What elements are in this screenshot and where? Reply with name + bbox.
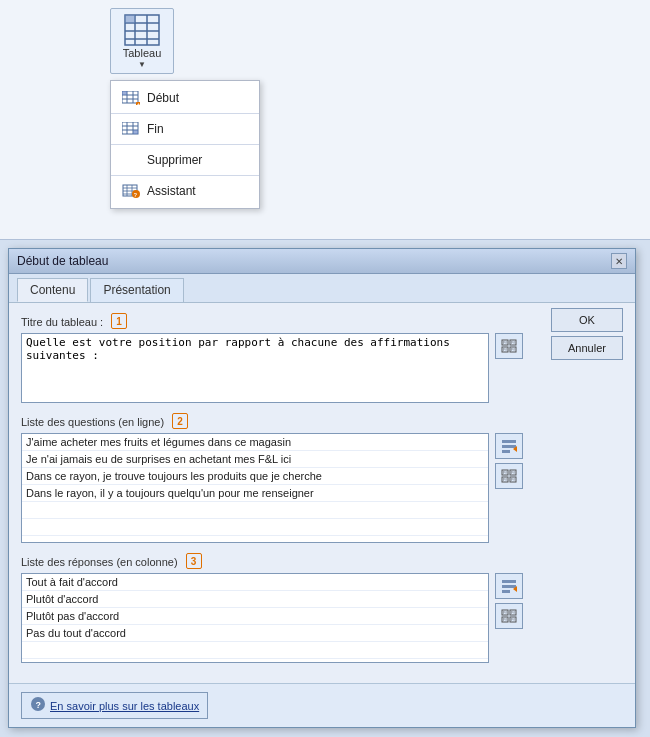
annuler-button[interactable]: Annuler [551, 336, 623, 360]
svg-rect-39 [502, 450, 510, 453]
reponses-side-buttons: Ff Ff Ff Ff [495, 573, 523, 629]
list-item[interactable]: Tout à fait d'accord [22, 574, 488, 591]
dropdown-menu: + Début Fin Supprimer [110, 80, 260, 209]
tableau-btn-arrow: ▼ [138, 60, 146, 69]
dropdown-debut-label: Début [147, 91, 179, 105]
ff2-icon: Ff Ff Ff Ff [501, 469, 517, 483]
reponses-badge: 3 [186, 553, 202, 569]
svg-rect-20 [133, 130, 138, 134]
dropdown-supprimer-label: Supprimer [147, 153, 202, 167]
dialog-close-button[interactable]: ✕ [611, 253, 627, 269]
list-item[interactable] [22, 642, 488, 659]
help-button[interactable]: ? En savoir plus sur les tableaux [21, 692, 208, 719]
questions-manage-button[interactable] [495, 433, 523, 459]
svg-text:Ff: Ff [503, 470, 507, 475]
info-icon: ? [30, 696, 46, 712]
dropdown-fin-label: Fin [147, 122, 164, 136]
svg-text:Ff: Ff [511, 617, 515, 622]
questions-listbox[interactable]: J'aime acheter mes fruits et légumes dan… [21, 433, 489, 543]
svg-rect-38 [502, 445, 516, 448]
svg-text:Ff: Ff [511, 477, 515, 482]
dropdown-assistant-label: Assistant [147, 184, 196, 198]
titre-section: Titre du tableau : 1 Ff Ff [21, 313, 623, 403]
tableau-icon [123, 13, 161, 47]
tabs-bar: Contenu Présentation [9, 274, 635, 303]
tab-presentation[interactable]: Présentation [90, 278, 183, 302]
questions-label: Liste des questions (en ligne) [21, 414, 164, 428]
dialog-title: Début de tableau [17, 254, 108, 268]
ff3-icon: Ff Ff Ff Ff [501, 609, 517, 623]
titre-edit-button[interactable]: Ff Ff Ff Ff [495, 333, 523, 359]
tableau-button[interactable]: Tableau ▼ [110, 8, 174, 74]
svg-text:Ff: Ff [503, 617, 507, 622]
titre-label: Titre du tableau : [21, 314, 103, 328]
svg-rect-6 [125, 15, 135, 23]
list-item[interactable]: Plutôt pas d'accord [22, 608, 488, 625]
separator-2 [111, 144, 259, 145]
list-item[interactable]: J'aime acheter mes fruits et légumes dan… [22, 434, 488, 451]
tab-presentation-label: Présentation [103, 283, 170, 297]
list-item[interactable]: Je n'ai jamais eu de surprises en acheta… [22, 451, 488, 468]
svg-text:Ff: Ff [503, 477, 507, 482]
tab-contenu-label: Contenu [30, 283, 75, 297]
svg-text:Ff: Ff [503, 610, 507, 615]
help-label: En savoir plus sur les tableaux [50, 700, 199, 712]
dropdown-item-debut[interactable]: + Début [111, 85, 259, 111]
svg-rect-12 [122, 91, 127, 95]
reponses-label: Liste des réponses (en colonne) [21, 554, 178, 568]
ok-button[interactable]: OK [551, 308, 623, 332]
svg-text:Ff: Ff [511, 347, 515, 352]
svg-rect-49 [502, 580, 516, 583]
dialog-inner: Contenu Présentation OK Annuler Titre du… [9, 274, 635, 727]
separator-3 [111, 175, 259, 176]
questions-row: J'aime acheter mes fruits et légumes dan… [21, 433, 623, 543]
svg-text:+: + [137, 101, 140, 105]
fin-icon [121, 121, 141, 137]
dropdown-item-supprimer[interactable]: Supprimer [111, 147, 259, 173]
svg-text:?: ? [36, 700, 42, 710]
svg-rect-37 [502, 440, 516, 443]
questions-header: Liste des questions (en ligne) 2 [21, 413, 623, 429]
list-item[interactable]: Dans le rayon, il y a toujours quelqu'un… [22, 485, 488, 502]
list-item[interactable] [22, 502, 488, 519]
dropdown-item-fin[interactable]: Fin [111, 116, 259, 142]
questions-font-button[interactable]: Ff Ff Ff Ff [495, 463, 523, 489]
help-bar: ? En savoir plus sur les tableaux [9, 683, 635, 727]
titre-row: Ff Ff Ff Ff [21, 333, 623, 403]
reponses-listbox[interactable]: Tout à fait d'accord Plutôt d'accord Plu… [21, 573, 489, 663]
svg-text:Ff: Ff [503, 347, 507, 352]
titre-badge: 1 [111, 313, 127, 329]
list-item[interactable]: Pas du tout d'accord [22, 625, 488, 642]
tableau-btn-label: Tableau [123, 47, 162, 59]
supprimer-icon [121, 152, 141, 168]
reponses-font-button[interactable]: Ff Ff Ff Ff [495, 603, 523, 629]
svg-rect-51 [502, 590, 510, 593]
svg-rect-50 [502, 585, 516, 588]
svg-text:Ff: Ff [503, 340, 507, 345]
svg-text:Ff: Ff [511, 610, 515, 615]
ff-icon: Ff Ff Ff Ff [501, 339, 517, 353]
list-item[interactable]: Dans ce rayon, je trouve toujours les pr… [22, 468, 488, 485]
dropdown-item-assistant[interactable]: ? Assistant [111, 178, 259, 204]
questions-section: Liste des questions (en ligne) 2 J'aime … [21, 413, 623, 543]
help-icon: ? [30, 696, 46, 715]
titre-side-buttons: Ff Ff Ff Ff [495, 333, 523, 359]
questions-side-buttons: Ff Ff Ff Ff [495, 433, 523, 489]
assistant-icon: ? [121, 183, 141, 199]
reponses-manage-button[interactable] [495, 573, 523, 599]
svg-text:Ff: Ff [511, 470, 515, 475]
separator-1 [111, 113, 259, 114]
debut-icon: + [121, 90, 141, 106]
titre-header: Titre du tableau : 1 [21, 313, 623, 329]
list-item[interactable] [22, 519, 488, 536]
reponses-row: Tout à fait d'accord Plutôt d'accord Plu… [21, 573, 623, 663]
list-item[interactable]: Plutôt d'accord [22, 591, 488, 608]
tab-contenu[interactable]: Contenu [17, 278, 88, 302]
toolbar: Tableau ▼ + Début [0, 0, 650, 240]
questions-badge: 2 [172, 413, 188, 429]
svg-text:?: ? [134, 192, 138, 198]
titre-textarea[interactable] [21, 333, 489, 403]
reponses-section: Liste des réponses (en colonne) 3 Tout à… [21, 553, 623, 663]
dialog-actions: OK Annuler [551, 308, 623, 360]
list-manage2-icon [501, 578, 517, 594]
